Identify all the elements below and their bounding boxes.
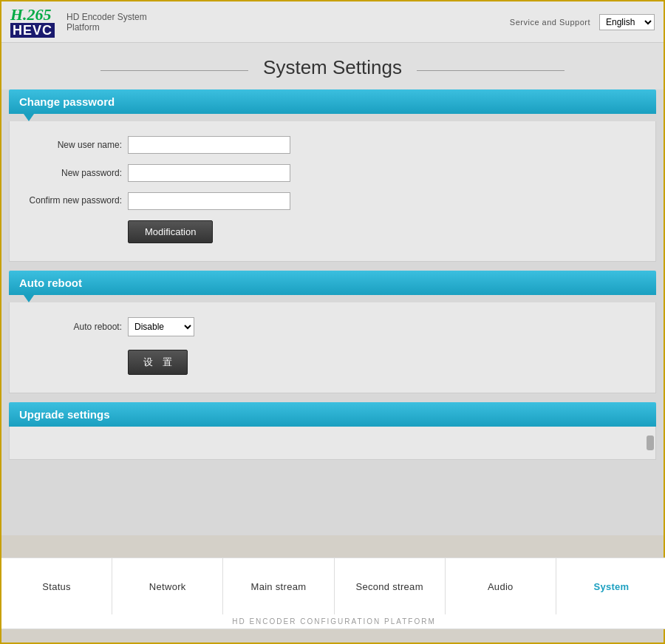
nav-item-network[interactable]: Network bbox=[112, 558, 223, 614]
change-password-header: Change password bbox=[9, 89, 656, 114]
change-password-section: Change password New user name: New passw… bbox=[9, 89, 656, 262]
auto-reboot-section: Auto reboot Auto reboot: Disable Enable … bbox=[9, 271, 656, 393]
main-content: Change password New user name: New passw… bbox=[1, 89, 664, 535]
new-password-input[interactable] bbox=[128, 164, 290, 182]
nav-item-system[interactable]: System bbox=[556, 558, 665, 614]
header-right: Service and Support English Chinese bbox=[510, 14, 655, 30]
new-username-label: New user name: bbox=[24, 140, 128, 150]
upgrade-settings-section: Upgrade settings bbox=[9, 402, 656, 460]
footer-nav-wrapper: Status Network Main stream Second stream… bbox=[1, 557, 665, 629]
logo-hevc: HEVC bbox=[10, 23, 55, 38]
new-username-row: New user name: bbox=[24, 136, 641, 154]
auto-reboot-set-button[interactable]: 设 置 bbox=[128, 350, 188, 375]
new-password-row: New password: bbox=[24, 164, 641, 182]
auto-reboot-row: Auto reboot: Disable Enable Daily Weekly bbox=[24, 317, 641, 336]
service-support-link[interactable]: Service and Support bbox=[510, 18, 590, 27]
header-subtitle: HD Encoder System Platform bbox=[66, 12, 510, 33]
page-title: System Settings bbox=[263, 56, 402, 78]
auto-reboot-indicator bbox=[24, 295, 34, 302]
auto-reboot-label: Auto reboot: bbox=[24, 322, 128, 332]
new-password-label: New password: bbox=[24, 168, 128, 178]
new-username-input[interactable] bbox=[128, 136, 290, 154]
upgrade-settings-body bbox=[9, 427, 656, 460]
logo-h265: H.265 bbox=[10, 7, 55, 23]
change-password-indicator bbox=[24, 114, 34, 121]
nav-item-main-stream[interactable]: Main stream bbox=[223, 558, 334, 614]
footer-bottom: HD ENCODER CONFIGURATION PLATFORM bbox=[1, 614, 665, 628]
modification-button[interactable]: Modification bbox=[128, 220, 213, 243]
confirm-password-input[interactable] bbox=[128, 192, 290, 210]
page-title-bar: System Settings bbox=[1, 43, 664, 89]
auto-reboot-body: Auto reboot: Disable Enable Daily Weekly… bbox=[9, 302, 656, 393]
upgrade-settings-header: Upgrade settings bbox=[9, 402, 656, 427]
confirm-password-row: Confirm new password: bbox=[24, 192, 641, 210]
confirm-password-label: Confirm new password: bbox=[24, 195, 128, 207]
nav-item-status[interactable]: Status bbox=[1, 558, 112, 614]
auto-reboot-select[interactable]: Disable Enable Daily Weekly bbox=[128, 317, 194, 336]
footer-nav: Status Network Main stream Second stream… bbox=[1, 558, 665, 614]
nav-item-audio[interactable]: Audio bbox=[446, 558, 556, 614]
language-select[interactable]: English Chinese bbox=[599, 14, 655, 30]
auto-reboot-header: Auto reboot bbox=[9, 271, 656, 295]
change-password-body: New user name: New password: Confirm new… bbox=[9, 121, 656, 262]
header: H.265 HEVC HD Encoder System Platform Se… bbox=[1, 1, 664, 43]
logo-area: H.265 HEVC bbox=[10, 7, 55, 38]
scroll-indicator bbox=[647, 435, 654, 450]
nav-item-second-stream[interactable]: Second stream bbox=[335, 558, 446, 614]
